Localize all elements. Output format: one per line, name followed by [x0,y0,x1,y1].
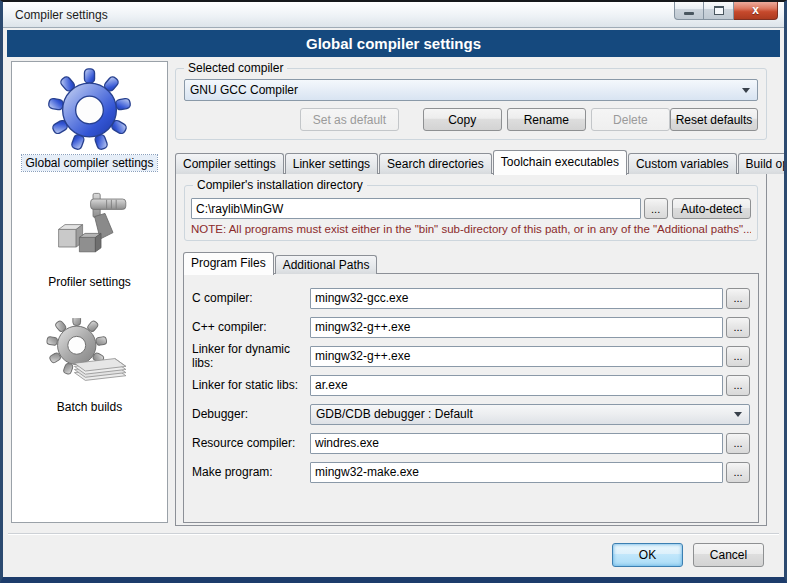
c-compiler-browse-button[interactable]: ... [726,288,750,309]
static-linker-input[interactable] [310,375,723,396]
sidebar-item-batch-builds[interactable]: Batch builds [45,318,135,415]
debugger-select-value: GDB/CDB debugger : Default [316,407,473,421]
field-label: Make program: [192,465,310,479]
cpp-compiler-input[interactable] [310,317,723,338]
close-button[interactable]: x [734,1,778,20]
installation-note-text: NOTE: All programs must exist either in … [191,223,751,235]
installation-directory-input[interactable] [191,198,641,219]
settings-category-sidebar: Global compiler settings [11,61,168,523]
resource-compiler-input[interactable] [310,433,723,454]
chevron-down-icon [742,88,750,93]
program-files-tabs: Program Files Additional Paths [183,251,759,274]
chevron-down-icon [734,412,742,417]
copy-button[interactable]: Copy [423,108,502,131]
field-row-cpp-compiler: C++ compiler: ... [192,316,750,338]
tab-linker-settings[interactable]: Linker settings [285,153,378,174]
compiler-tabs: Compiler settings Linker settings Search… [175,149,767,174]
close-icon: x [752,3,759,17]
set-as-default-button[interactable]: Set as default [300,108,398,131]
reset-defaults-button[interactable]: Reset defaults [670,108,758,131]
sidebar-item-label: Global compiler settings [22,155,156,171]
field-row-dynamic-linker: Linker for dynamic libs: ... [192,345,750,367]
field-label: C++ compiler: [192,320,310,334]
tab-toolchain-executables[interactable]: Toolchain executables [493,150,627,175]
rename-button[interactable]: Rename [507,108,586,131]
window-controls: x [674,1,778,20]
dynamic-linker-browse-button[interactable]: ... [726,346,750,367]
button-row-spacer [184,108,300,131]
installation-directory-group: Compiler's installation directory ... Au… [184,185,758,241]
compiler-select[interactable]: GNU GCC Compiler [184,79,758,101]
field-label: Resource compiler: [192,436,310,450]
compiler-settings-dialog: Compiler settings x Global compiler sett… [0,0,787,583]
batch-builds-gear-stack-icon [45,318,135,396]
c-compiler-input[interactable] [310,288,723,309]
compiler-actions-row: Set as default Copy Rename Delete Reset … [184,108,758,131]
sidebar-item-label: Profiler settings [45,274,134,290]
program-files-panel: C compiler: ... C++ compiler: ... [183,273,759,523]
tab-compiler-settings[interactable]: Compiler settings [175,153,284,174]
maximize-button[interactable] [704,1,734,20]
tab-search-directories[interactable]: Search directories [379,153,492,174]
resource-compiler-browse-button[interactable]: ... [726,433,750,454]
field-row-resource-compiler: Resource compiler: ... [192,432,750,454]
subtab-program-files[interactable]: Program Files [183,252,274,275]
ok-button[interactable]: OK [612,543,683,567]
compiler-select-value: GNU GCC Compiler [190,83,298,97]
toolchain-executables-panel: Compiler's installation directory ... Au… [175,173,767,526]
minimize-icon [684,12,694,15]
tab-build-options[interactable]: Build options [738,153,787,174]
selected-compiler-group-label: Selected compiler [184,61,287,75]
selected-compiler-group: Selected compiler GNU GCC Compiler Set a… [175,68,767,140]
auto-detect-button[interactable]: Auto-detect [672,198,751,219]
debugger-select[interactable]: GDB/CDB debugger : Default [310,404,750,425]
footer-separator [8,533,779,535]
field-row-static-linker: Linker for static libs: ... [192,374,750,396]
maximize-icon [714,6,724,15]
tab-custom-variables[interactable]: Custom variables [628,153,737,174]
installation-directory-browse-button[interactable]: ... [644,198,668,219]
dynamic-linker-input[interactable] [310,346,723,367]
make-program-input[interactable] [310,462,723,483]
cancel-button[interactable]: Cancel [693,543,764,567]
settings-main-area: Selected compiler GNU GCC Compiler Set a… [175,61,767,526]
dialog-footer: OK Cancel [612,543,764,567]
title-bar[interactable]: Compiler settings x [3,2,784,28]
profiler-caliper-icon [46,191,132,271]
field-row-make-program: Make program: ... [192,461,750,483]
field-label: Linker for dynamic libs: [192,342,310,370]
subtab-additional-paths[interactable]: Additional Paths [275,255,378,274]
delete-button[interactable]: Delete [591,108,670,131]
field-label: Linker for static libs: [192,378,310,392]
field-row-c-compiler: C compiler: ... [192,287,750,309]
make-program-browse-button[interactable]: ... [726,462,750,483]
sidebar-item-profiler-settings[interactable]: Profiler settings [45,191,134,290]
field-label: Debugger: [192,407,310,421]
cpp-compiler-browse-button[interactable]: ... [726,317,750,338]
field-label: C compiler: [192,291,310,305]
installation-directory-group-label: Compiler's installation directory [193,178,367,192]
dialog-header: Global compiler settings [7,30,780,57]
page-title: Global compiler settings [306,35,481,52]
blue-gear-icon [42,68,137,152]
minimize-button[interactable] [674,1,704,20]
field-row-debugger: Debugger: GDB/CDB debugger : Default [192,403,750,425]
static-linker-browse-button[interactable]: ... [726,375,750,396]
window-title: Compiler settings [15,8,108,22]
sidebar-item-global-compiler-settings[interactable]: Global compiler settings [22,68,156,171]
sidebar-item-label: Batch builds [54,399,125,415]
